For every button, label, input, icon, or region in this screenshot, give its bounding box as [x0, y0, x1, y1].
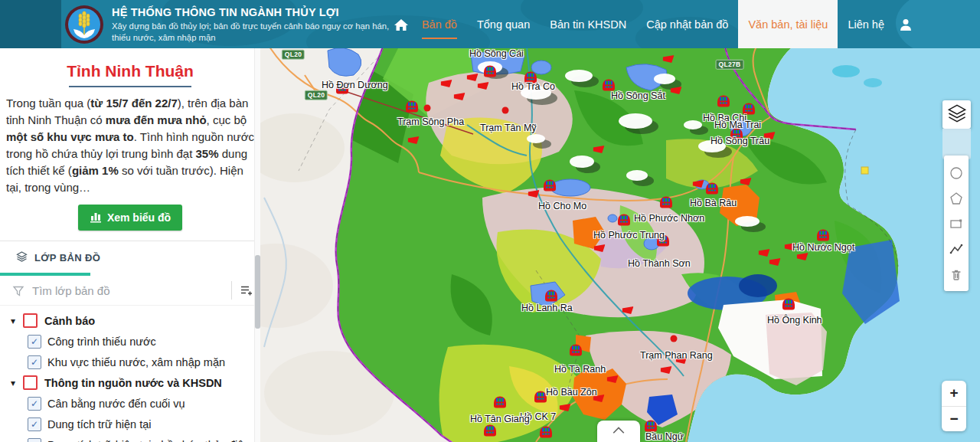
layers-icon	[946, 102, 969, 128]
province-summary: Trong tuần qua (từ 15/7 đến 22/7), trên …	[6, 95, 254, 196]
nav-item-6[interactable]: Liên hệ	[838, 0, 894, 48]
app-subtitle: Xây dựng bản đồ thủy lợi; bản đồ trực tu…	[112, 21, 394, 43]
header-accent-strip	[0, 0, 61, 48]
nav-item-5[interactable]: Văn bản, tài liệu	[738, 0, 838, 48]
layer-tree: ▾Cảnh báo✓Công trình thiếu nước✓Khu vực …	[0, 310, 260, 442]
app-root: QL20QL20QL27BHồ Đơn DươngHồ Sông CáiHồ T…	[0, 0, 980, 442]
layers-panel-header: LỚP BẢN ĐỒ	[15, 250, 260, 265]
layer-item-row[interactable]: ✓Dung tích trữ hiện tại - hồ chứa thủy đ…	[0, 434, 260, 442]
dam-icon[interactable]	[618, 214, 630, 226]
zoom-in-button[interactable]: +	[942, 381, 966, 407]
dam-icon[interactable]	[603, 80, 615, 91]
dam-icon[interactable]	[540, 427, 552, 438]
layer-checkbox[interactable]: ✓	[28, 397, 41, 411]
layer-item-row[interactable]: ✓Khu vực thiếu nước, xâm nhập mặn	[0, 352, 260, 372]
user-icon[interactable]	[899, 18, 913, 31]
layer-group-label: Thông tin nguồn nước và KHSDN	[44, 377, 222, 389]
nav-item-2[interactable]: Tổng quan	[467, 0, 540, 48]
dam-icon[interactable]	[534, 391, 547, 403]
layer-label: Công trình thiếu nước	[47, 336, 156, 348]
sidebar: Tỉnh Ninh Thuận Trong tuần qua (từ 15/7 …	[0, 48, 260, 442]
layers-panel-title: LỚP BẢN ĐỒ	[34, 252, 100, 264]
view-chart-button[interactable]: Xem biểu đồ	[78, 205, 182, 231]
draw-polygon-icon[interactable]	[946, 185, 966, 211]
sidebar-scrollbar[interactable]	[254, 48, 260, 442]
group-checkbox[interactable]	[23, 313, 38, 328]
draw-circle-icon[interactable]	[946, 160, 966, 185]
group-checkbox[interactable]	[23, 375, 38, 390]
home-icon[interactable]	[394, 18, 409, 31]
header-titles: HỆ THỐNG THÔNG TIN NGÀNH THỦY LỢI Xây dự…	[112, 5, 394, 43]
dam-icon[interactable]	[743, 103, 755, 115]
basemap-layers-button[interactable]	[942, 100, 971, 129]
layer-checkbox[interactable]: ✓	[28, 417, 41, 431]
dam-icon[interactable]	[645, 421, 657, 432]
main-nav: Bản đồTổng quanBản tin KHSDNCập nhật bản…	[412, 0, 894, 48]
dam-icon[interactable]	[817, 230, 829, 241]
layer-group-label: Cảnh báo	[44, 315, 95, 327]
layers-panel-icon	[15, 250, 28, 265]
filter-icon	[12, 285, 24, 296]
province-title: Tỉnh Ninh Thuận	[0, 62, 260, 80]
basemap-panel-stub	[942, 129, 971, 159]
zoom-out-button[interactable]: −	[942, 407, 966, 432]
layer-label: Khu vực thiếu nước, xâm nhập mặn	[47, 356, 225, 368]
layer-item-row[interactable]: ✓Dung tích trữ hiện tại	[0, 414, 260, 434]
layer-group-row[interactable]: ▾Thông tin nguồn nước và KHSDN	[0, 372, 260, 393]
province-title-underline	[69, 86, 191, 87]
layer-checkbox[interactable]: ✓	[28, 355, 41, 369]
layer-item-row[interactable]: ✓Cân bằng nước đến cuối vụ	[0, 393, 260, 414]
divider	[0, 241, 260, 241]
layer-checkbox[interactable]: ✓	[28, 438, 41, 442]
chevron-up-icon	[610, 424, 627, 438]
dam-icon[interactable]	[544, 180, 556, 192]
dam-icon[interactable]	[730, 129, 743, 140]
nav-item-1[interactable]: Bản đồ	[412, 0, 467, 48]
dot-icon[interactable]	[502, 107, 509, 114]
view-chart-label: Xem biểu đồ	[107, 211, 171, 224]
dam-icon[interactable]	[406, 101, 418, 113]
zoom-control: + −	[942, 381, 966, 431]
layer-checkbox[interactable]: ✓	[28, 335, 41, 349]
app-header: HỆ THỐNG THÔNG TIN NGÀNH THỦY LỢI Xây dự…	[0, 0, 980, 48]
caret-down-icon[interactable]: ▾	[11, 316, 23, 326]
dam-icon[interactable]	[660, 197, 672, 208]
nav-item-4[interactable]: Cập nhật bản đồ	[636, 0, 738, 48]
draw-toolbar	[944, 156, 969, 291]
layer-item-row[interactable]: ✓Công trình thiếu nước	[0, 331, 260, 352]
dam-icon[interactable]	[706, 183, 718, 195]
scrollbar-thumb[interactable]	[255, 255, 260, 329]
dot-icon[interactable]	[424, 105, 431, 112]
dam-icon[interactable]	[657, 235, 669, 247]
layer-label: Dung tích trữ hiện tại - hồ chứa thủy đi…	[47, 439, 250, 442]
dam-icon[interactable]	[524, 72, 537, 83]
layer-group-row[interactable]: ▾Cảnh báo	[0, 310, 260, 331]
dot-icon[interactable]	[671, 336, 678, 342]
dam-icon[interactable]	[782, 299, 795, 310]
bar-chart-icon	[90, 210, 102, 225]
draw-rectangle-icon[interactable]	[946, 211, 966, 236]
dam-icon[interactable]	[484, 66, 496, 77]
dam-icon[interactable]	[484, 425, 496, 437]
app-title: HỆ THỐNG THÔNG TIN NGÀNH THỦY LỢI	[112, 5, 394, 19]
bottom-panel-expand-button[interactable]	[597, 421, 640, 442]
layer-label: Cân bằng nước đến cuối vụ	[47, 398, 185, 410]
delete-shape-icon[interactable]	[946, 261, 966, 286]
layer-search-row	[0, 276, 260, 306]
dam-icon[interactable]	[545, 290, 557, 302]
draw-polyline-icon[interactable]	[946, 236, 966, 261]
nav-item-3[interactable]: Bản tin KHSDN	[540, 0, 636, 48]
dam-icon[interactable]	[717, 96, 730, 107]
dam-icon[interactable]	[570, 345, 582, 356]
layer-search-input[interactable]	[31, 283, 231, 298]
layer-label: Dung tích trữ hiện tại	[47, 418, 151, 431]
dam-icon[interactable]	[494, 397, 506, 408]
dam-icon[interactable]	[336, 83, 348, 94]
caret-down-icon[interactable]: ▾	[11, 378, 23, 388]
app-logo	[64, 5, 104, 44]
